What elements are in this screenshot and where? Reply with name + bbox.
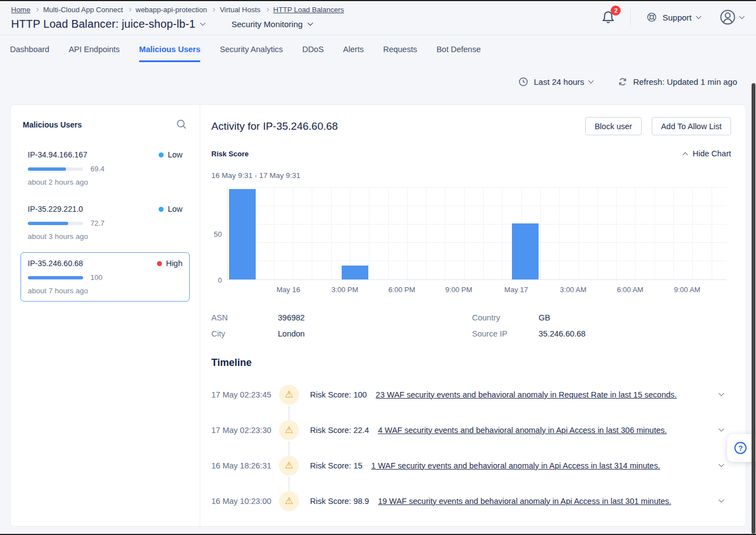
chart-v-gridline [559,188,560,279]
breadcrumb-item[interactable]: webapp-api-protection [136,6,207,14]
user-item-row2: 69.4 [28,165,182,173]
add-to-allow-list-button[interactable]: Add To Allow List [652,117,731,135]
chart-v-gridline [502,188,503,279]
breadcrumb-item[interactable]: Multi-Cloud App Connect [43,6,123,14]
severity-label: Low [168,150,182,159]
window-top-edge [0,0,756,1]
hide-chart-label: Hide Chart [693,149,731,158]
refresh-button[interactable]: Refresh: Updated 1 min ago [617,77,737,87]
tab-api-endpoints[interactable]: API Endpoints [69,35,120,62]
tab-dashboard[interactable]: Dashboard [10,35,49,62]
detail-label: Source IP [472,329,539,338]
chart-v-gridline [388,188,389,279]
chart-h-gridline [227,187,727,188]
chart-h-gridline [227,206,727,206]
event-description-link[interactable]: 23 WAF security events and behavioral an… [376,390,677,399]
event-expand-chevron-icon[interactable] [719,497,724,503]
page-scrollbar-thumb[interactable] [752,83,755,534]
event-description-link[interactable]: 1 WAF security events and behavioral ano… [371,461,660,470]
search-icon[interactable] [176,119,187,130]
title-chevron-down-icon[interactable] [200,21,206,26]
breadcrumb-separator-icon [127,8,131,12]
risk-bar[interactable] [229,189,256,279]
last-seen-text: about 7 hours ago [28,287,182,295]
timeline-event: 17 May 02:23:30⚠Risk Score: 22.44 WAF se… [211,417,731,443]
chart-v-gridline [369,188,369,279]
risk-bar[interactable] [512,223,539,279]
chart-v-gridline [274,188,275,279]
malicious-user-item[interactable]: IP-35.246.60.68High100about 7 hours ago [21,252,190,302]
severity-badge: Low [159,205,182,213]
refresh-icon [617,77,628,87]
user-item-row2: 72.7 [28,219,182,227]
last-seen-text: about 3 hours ago [28,232,182,241]
x-tick-label: May 16 [276,286,300,294]
chart-v-gridline [635,188,636,279]
event-description-link[interactable]: 19 WAF security events and behavioral an… [378,497,671,506]
support-menu[interactable]: Support [646,12,701,23]
tab-requests[interactable]: Requests [383,35,417,62]
context-dropdown[interactable]: Security Monitoring [231,19,312,29]
warning-icon: ⚠ [279,385,299,405]
user-ip: IP-35.229.221.0 [28,205,83,213]
event-time: 16 May 10:23:00 [211,497,279,506]
user-item-row1: IP-35.246.60.68High [28,259,182,268]
chart-v-gridline [673,188,674,279]
breadcrumb-separator-icon [265,8,269,12]
malicious-user-item[interactable]: IP-34.94.166.167Low69.4about 2 hours ago [21,144,190,193]
activity-panel: Activity for IP-35.246.60.68 Block user … [200,105,745,526]
chart-v-gridline [692,188,693,279]
tab-bar: DashboardAPI EndpointsMalicious UsersSec… [0,35,756,62]
breadcrumb-item[interactable]: Home [11,6,31,14]
event-expand-chevron-icon[interactable] [719,391,724,396]
breadcrumb-item[interactable]: HTTP Load Balancers [273,6,344,14]
time-range-selector[interactable]: Last 24 hours [518,77,593,87]
risk-progress-track [28,167,83,171]
tab-security-analytics[interactable]: Security Analytics [220,35,283,62]
tab-alerts[interactable]: Alerts [343,35,364,62]
risk-chart-plot [227,188,727,280]
user-ip: IP-34.94.166.167 [28,150,87,159]
chart-v-gridline [426,188,427,279]
app-header: HomeMulti-Cloud App Connectwebapp-api-pr… [0,0,756,35]
user-item-row1: IP-34.94.166.167Low [28,150,182,159]
chart-v-gridline [331,188,332,279]
notifications-button[interactable]: 2 [601,9,616,25]
chart-x-axis: May 163:00 PM6:00 PM9:00 PMMay 173:00 AM… [227,283,727,299]
severity-label: Low [168,205,182,213]
risk-score-value: 100 [90,273,103,282]
ip-details: ASN396982CityLondon CountryGBSource IP35… [211,313,731,338]
x-tick-label: 6:00 AM [617,286,643,294]
x-tick-label: 6:00 PM [388,286,415,294]
chart-v-gridline [445,188,445,279]
detail-value: 35.246.60.68 [539,329,586,338]
hide-chart-toggle[interactable]: Hide Chart [683,149,731,158]
user-ip: IP-35.246.60.68 [28,259,83,268]
clock-icon [518,77,529,87]
malicious-user-item[interactable]: IP-35.229.221.0Low72.7about 3 hours ago [21,198,190,247]
block-user-button[interactable]: Block user [585,117,642,135]
risk-bar[interactable] [342,266,368,279]
event-expand-chevron-icon[interactable] [719,426,724,432]
activity-title: Activity for IP-35.246.60.68 [211,120,338,133]
malicious-users-panel: Malicious Users IP-34.94.166.167Low69.4a… [11,105,200,526]
account-menu[interactable] [719,9,744,26]
header-divider [630,9,631,26]
chart-v-gridline [293,188,293,279]
tab-ddos[interactable]: DDoS [302,35,324,62]
time-range-chevron-down-icon [588,78,594,84]
x-tick-label: 9:00 PM [445,286,472,294]
severity-badge: High [157,259,182,268]
tab-bot-defense[interactable]: Bot Defense [437,35,481,62]
chart-v-gridline [540,188,541,279]
event-description-link[interactable]: 4 WAF security events and behavioral ano… [378,426,667,435]
tab-malicious-users[interactable]: Malicious Users [139,35,200,62]
severity-dot-icon [157,261,162,266]
event-risk-score: Risk Score: 22.4 [310,426,369,435]
lifebuoy-icon [646,12,657,23]
event-expand-chevron-icon[interactable] [719,462,724,467]
warning-icon: ⚠ [279,456,299,476]
breadcrumb-item[interactable]: Virtual Hosts [220,6,260,14]
x-tick-label: May 17 [504,286,528,294]
timeline-event: 17 May 02:23:45⚠Risk Score: 10023 WAF se… [211,381,731,407]
